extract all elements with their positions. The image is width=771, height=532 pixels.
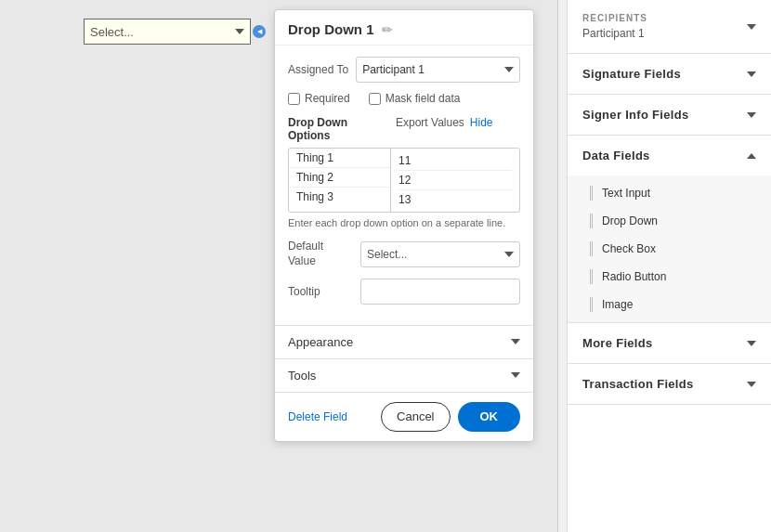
recipients-header-content: RECIPIENTS Participant 1 [582, 13, 647, 40]
drag-handle-icon [590, 297, 593, 312]
participant-label: Participant 1 [582, 27, 647, 40]
required-checkbox-item: Required [288, 92, 350, 105]
mask-checkbox-item: Mask field data [369, 92, 461, 105]
panel-header: Drop Down 1 ✏ [275, 10, 533, 45]
data-field-radio-button[interactable]: Radio Button [568, 263, 771, 291]
required-checkbox[interactable] [288, 93, 300, 105]
data-fields-section: Data Fields Text Input Drop Down Check B… [568, 136, 771, 323]
radio-button-label: Radio Button [602, 270, 666, 283]
list-item: Thing 2 [289, 168, 390, 188]
tools-title: Tools [288, 369, 316, 383]
data-field-text-input[interactable]: Text Input [568, 179, 771, 207]
right-sidebar: RECIPIENTS Participant 1 Signature Field… [567, 0, 771, 532]
drag-handle-icon [590, 186, 593, 201]
signature-fields-section: Signature Fields [568, 54, 771, 95]
required-label: Required [305, 92, 350, 105]
tooltip-label: Tooltip [288, 285, 353, 298]
recipients-chevron-icon [747, 24, 756, 30]
list-item: 11 [399, 151, 512, 171]
transaction-fields-title: Transaction Fields [582, 377, 694, 391]
signature-fields-chevron-icon [747, 71, 756, 77]
more-fields-chevron-icon [747, 341, 756, 346]
mask-label: Mask field data [386, 92, 461, 105]
assigned-to-row: Assigned To Participant 1 [288, 57, 520, 83]
data-field-check-box[interactable]: Check Box [568, 235, 771, 263]
cancel-button[interactable]: Cancel [381, 402, 450, 432]
canvas-dropdown-placeholder: Select... [90, 25, 134, 39]
options-title: Drop Down Options [288, 116, 390, 142]
export-list: 11 12 13 [391, 149, 519, 212]
signature-fields-header[interactable]: Signature Fields [568, 54, 771, 94]
signer-info-section: Signer Info Fields [568, 95, 771, 136]
data-field-drop-down[interactable]: Drop Down [568, 207, 771, 235]
mask-checkbox[interactable] [369, 93, 381, 105]
tooltip-input[interactable] [360, 279, 520, 305]
options-list: Thing 1 Thing 2 Thing 3 [289, 149, 391, 212]
appearance-chevron-icon [511, 339, 520, 344]
ok-button[interactable]: OK [458, 402, 521, 432]
data-fields-chevron-icon [747, 153, 756, 159]
canvas-dropdown-box[interactable]: Select... [84, 19, 251, 45]
data-fields-title: Data Fields [582, 149, 650, 162]
transaction-fields-section: Transaction Fields [568, 364, 771, 405]
tools-chevron-icon [511, 372, 520, 378]
more-fields-header[interactable]: More Fields [568, 323, 771, 363]
default-value-select[interactable]: Select... [360, 241, 520, 267]
options-hint: Enter each drop down option on a separat… [288, 216, 520, 230]
more-fields-title: More Fields [582, 336, 653, 350]
drop-down-options-section: Drop Down Options Export Values Hide Thi… [288, 116, 520, 230]
export-header: Export Values Hide [390, 116, 520, 129]
edit-icon[interactable]: ✏ [382, 22, 393, 37]
recipients-header[interactable]: RECIPIENTS Participant 1 [568, 0, 771, 53]
tools-section[interactable]: Tools [275, 358, 533, 392]
hide-link[interactable]: Hide [470, 116, 493, 129]
list-item: Thing 1 [289, 149, 390, 168]
assigned-to-select[interactable]: Participant 1 [356, 57, 520, 83]
export-values-label: Export Values [396, 116, 464, 129]
recipients-title: RECIPIENTS [582, 13, 647, 23]
delete-field-link[interactable]: Delete Field [288, 410, 347, 423]
signer-info-header[interactable]: Signer Info Fields [568, 95, 771, 135]
default-value-row: Default Value Select... [288, 240, 520, 268]
checkbox-row: Required Mask field data [288, 92, 520, 105]
drag-handle-icon [590, 269, 593, 284]
data-fields-list: Text Input Drop Down Check Box Radio But… [568, 175, 771, 322]
dropdown-arrow-icon [235, 29, 244, 34]
resize-handle[interactable] [253, 25, 266, 38]
signer-info-title: Signer Info Fields [582, 108, 688, 122]
canvas-dropdown-field[interactable]: Select... [84, 19, 266, 45]
image-label: Image [602, 298, 633, 311]
signature-fields-title: Signature Fields [582, 67, 681, 81]
list-item: Thing 3 [289, 188, 390, 206]
data-field-image[interactable]: Image [568, 291, 771, 318]
recipients-section: RECIPIENTS Participant 1 [568, 0, 771, 54]
appearance-section[interactable]: Appearance [275, 325, 533, 358]
transaction-fields-chevron-icon [747, 382, 756, 387]
drag-handle-icon [590, 241, 593, 256]
drag-handle-icon [590, 214, 593, 228]
check-box-label: Check Box [602, 242, 656, 255]
assigned-to-label: Assigned To [288, 63, 348, 76]
canvas-separator [557, 0, 558, 532]
options-grid: Thing 1 Thing 2 Thing 3 11 12 13 [288, 148, 520, 213]
more-fields-section: More Fields [568, 323, 771, 364]
data-fields-header[interactable]: Data Fields [568, 136, 771, 175]
tooltip-row: Tooltip [288, 279, 520, 305]
field-properties-panel: Drop Down 1 ✏ Assigned To Participant 1 … [274, 9, 534, 442]
text-input-label: Text Input [602, 187, 650, 200]
panel-body: Assigned To Participant 1 Required Mask … [275, 45, 533, 325]
transaction-fields-header[interactable]: Transaction Fields [568, 364, 771, 404]
panel-footer: Delete Field Cancel OK [275, 392, 533, 441]
signer-info-chevron-icon [747, 112, 756, 118]
appearance-title: Appearance [288, 335, 353, 349]
drop-down-label: Drop Down [602, 214, 658, 227]
options-header: Drop Down Options Export Values Hide [288, 116, 520, 142]
default-value-label: Default Value [288, 240, 353, 268]
footer-buttons: Cancel OK [381, 402, 520, 432]
panel-title: Drop Down 1 [288, 21, 374, 37]
list-item: 12 [399, 171, 512, 190]
list-item: 13 [399, 190, 512, 209]
